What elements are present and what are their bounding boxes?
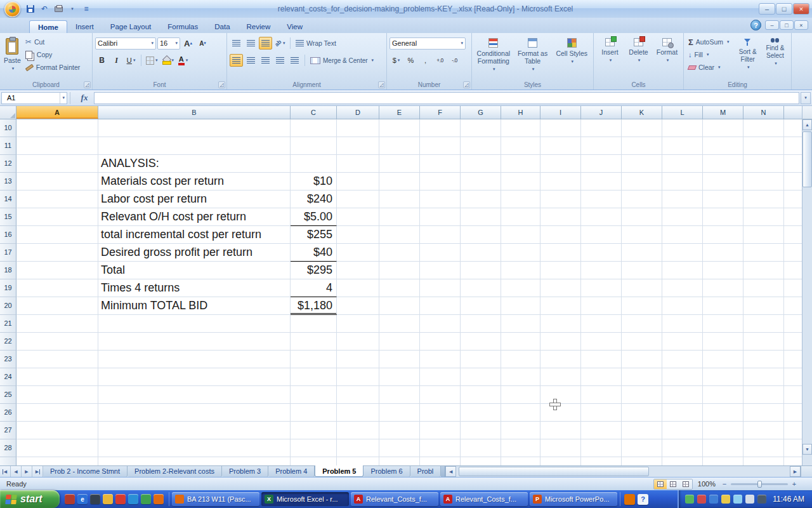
cell-I21[interactable]: [540, 315, 581, 333]
cell-I19[interactable]: [540, 279, 581, 297]
cell-H11[interactable]: [501, 137, 540, 155]
cell-M26[interactable]: [703, 404, 743, 422]
cell-L23[interactable]: [662, 351, 703, 368]
row-header-12[interactable]: 12: [0, 155, 16, 173]
cell-G15[interactable]: [461, 208, 501, 226]
cell-K[interactable]: [622, 457, 662, 465]
cell-A24[interactable]: [16, 368, 98, 386]
cell-D11[interactable]: [337, 137, 379, 155]
cell-K11[interactable]: [622, 137, 662, 155]
cell-G12[interactable]: [461, 155, 501, 173]
ribbon-tab-formulas[interactable]: Formulas: [159, 20, 206, 33]
align-center-button[interactable]: [244, 54, 258, 67]
cell-A25[interactable]: [16, 386, 98, 404]
cell-E[interactable]: [379, 457, 420, 465]
cell-E14[interactable]: [379, 190, 420, 208]
cell-A16[interactable]: [16, 226, 98, 244]
cell-M13[interactable]: [703, 173, 743, 190]
row-header-13[interactable]: 13: [0, 173, 16, 190]
cell-A18[interactable]: [16, 262, 98, 279]
cell-F13[interactable]: [420, 173, 461, 190]
row-header-25[interactable]: 25: [0, 386, 16, 404]
row-header-14[interactable]: 14: [0, 190, 16, 208]
column-header-N[interactable]: N: [743, 106, 784, 119]
cell-E26[interactable]: [379, 404, 420, 422]
cell-N[interactable]: [743, 457, 784, 465]
cell-L20[interactable]: [662, 297, 703, 315]
cell-M21[interactable]: [703, 315, 743, 333]
cell-C12[interactable]: [291, 155, 337, 173]
cell-L[interactable]: [662, 457, 703, 465]
cell-I20[interactable]: [540, 297, 581, 315]
cell-B24[interactable]: [98, 368, 291, 386]
row-header-20[interactable]: 20: [0, 297, 16, 315]
font-size-select[interactable]: 16▾: [157, 37, 180, 50]
vertical-scroll-track[interactable]: [802, 130, 812, 444]
cell-F14[interactable]: [420, 190, 461, 208]
sheet-tab-problem-5[interactable]: Problem 5: [315, 465, 363, 477]
quick-launch-icon-4[interactable]: [103, 494, 113, 504]
cell-J18[interactable]: [581, 262, 622, 279]
column-header-D[interactable]: D: [337, 106, 379, 119]
cell-J[interactable]: [581, 457, 622, 465]
cell-H21[interactable]: [501, 315, 540, 333]
cell-H16[interactable]: [501, 226, 540, 244]
cell-L17[interactable]: [662, 244, 703, 262]
cell-B23[interactable]: [98, 351, 291, 368]
qat-customize-button[interactable]: ▾: [67, 3, 78, 15]
cell-L18[interactable]: [662, 262, 703, 279]
column-header-C[interactable]: C: [291, 106, 337, 119]
cell-B10[interactable]: [98, 119, 291, 137]
cell-H23[interactable]: [501, 351, 540, 368]
cell-F22[interactable]: [420, 333, 461, 351]
taskbar-extra-icon-2[interactable]: ?: [638, 494, 648, 505]
ribbon-tab-home[interactable]: Home: [29, 20, 67, 33]
workbook-close-button[interactable]: ×: [794, 20, 808, 30]
task-button-3[interactable]: ARelevant_Costs_f...: [351, 492, 438, 506]
increase-indent-button[interactable]: [288, 54, 301, 67]
cell-K19[interactable]: [622, 279, 662, 297]
cell-styles-button[interactable]: Cell Styles ▾: [553, 36, 591, 77]
cell-B25[interactable]: [98, 386, 291, 404]
first-sheet-button[interactable]: ◀: [0, 466, 11, 477]
cell-L19[interactable]: [662, 279, 703, 297]
alignment-dialog-launcher[interactable]: ◿: [378, 81, 385, 88]
zoom-in-button[interactable]: +: [790, 480, 798, 488]
cell-A26[interactable]: [16, 404, 98, 422]
cell-E23[interactable]: [379, 351, 420, 368]
cell-L28[interactable]: [662, 439, 703, 457]
cell-H13[interactable]: [501, 173, 540, 190]
merge-center-button[interactable]: Merge & Center▾: [308, 54, 376, 67]
cell-E24[interactable]: [379, 368, 420, 386]
column-header-I[interactable]: I: [540, 106, 581, 119]
bold-button[interactable]: B: [95, 54, 108, 67]
cell-L21[interactable]: [662, 315, 703, 333]
cell-H26[interactable]: [501, 404, 540, 422]
zoom-slider-thumb[interactable]: [757, 481, 762, 488]
cell-N14[interactable]: [743, 190, 784, 208]
cell-H24[interactable]: [501, 368, 540, 386]
cell-B13[interactable]: Materials cost per return: [98, 173, 291, 190]
cell-H[interactable]: [501, 457, 540, 465]
row-header-28[interactable]: 28: [0, 439, 16, 457]
shrink-font-button[interactable]: A▾: [196, 37, 209, 50]
cell-L26[interactable]: [662, 404, 703, 422]
cell-B21[interactable]: [98, 315, 291, 333]
cell-I[interactable]: [540, 457, 581, 465]
row-header-23[interactable]: 23: [0, 351, 16, 368]
cell-M17[interactable]: [703, 244, 743, 262]
comma-style-button[interactable]: ,: [419, 54, 432, 67]
decrease-decimal-button[interactable]: -.0: [448, 54, 461, 67]
clipboard-dialog-launcher[interactable]: ◿: [84, 81, 91, 88]
cell-F17[interactable]: [420, 244, 461, 262]
cell-K22[interactable]: [622, 333, 662, 351]
cell-L14[interactable]: [662, 190, 703, 208]
vertical-scrollbar[interactable]: ▲ ▼: [802, 106, 812, 465]
scrollbar-resize-corner[interactable]: [801, 466, 812, 477]
cell-J19[interactable]: [581, 279, 622, 297]
cell-I15[interactable]: [540, 208, 581, 226]
cell-K23[interactable]: [622, 351, 662, 368]
cell-F26[interactable]: [420, 404, 461, 422]
sheet-tab-probl[interactable]: Probl: [410, 466, 442, 477]
cell-C22[interactable]: [291, 333, 337, 351]
